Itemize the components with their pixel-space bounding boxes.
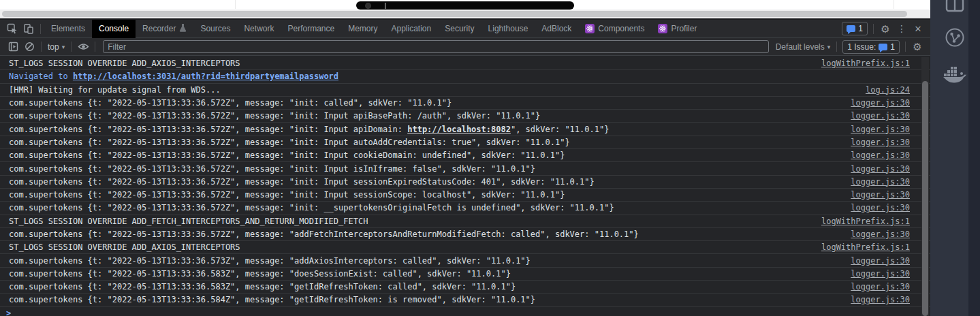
source-location-link[interactable]: logger.js:30 [841,282,910,291]
tab-label: Recorder [142,24,176,33]
log-text: com.supertokens {t: "2022-05-13T13:33:36… [9,269,511,279]
log-levels-label: Default levels [776,42,825,52]
log-message: com.supertokens {t: "2022-05-13T13:33:36… [9,151,565,160]
tab-adblock[interactable]: AdBlock [535,20,578,38]
tab-components[interactable]: Components [578,20,651,38]
divider [95,42,95,52]
log-row: com.supertokens {t: "2022-05-13T13:33:36… [0,136,930,149]
source-location-link[interactable]: logger.js:30 [841,177,910,187]
log-message: com.supertokens {t: "2022-05-13T13:33:36… [9,230,639,239]
log-text: ", sdkVer: "11.0.1"} [511,125,610,134]
tab-recorder[interactable]: Recorder [136,20,193,38]
log-message: com.supertokens {t: "2022-05-13T13:33:36… [9,282,516,291]
source-location-link[interactable]: log.js:24 [856,85,910,95]
log-text: com.supertokens {t: "2022-05-13T13:33:36… [9,151,565,160]
horizontal-scrollbar-thumb[interactable] [2,11,907,17]
console-settings-gear-icon[interactable]: ⚙ [909,39,926,55]
context-selector-label: top [48,42,59,52]
split-columns-icon[interactable] [940,0,970,12]
log-row: com.supertokens {t: "2022-05-13T13:33:36… [0,162,930,175]
source-location-link[interactable]: logger.js:30 [841,190,910,200]
log-row: ST_LOGS SESSION OVERRIDE ADD_FETCH_INTER… [0,215,930,228]
tab-lighthouse[interactable]: Lighthouse [481,20,535,38]
source-location-link[interactable]: logWithPrefix.js:1 [812,242,910,252]
tab-label: Components [598,24,644,33]
issues-count: 1 [890,42,895,52]
inspect-element-icon[interactable] [4,20,20,37]
source-location-link[interactable]: logger.js:30 [841,125,910,134]
tab-application[interactable]: Application [385,20,439,38]
log-levels-dropdown[interactable]: Default levels ▾ [776,42,831,52]
black-search-pill[interactable] [356,1,574,10]
sidebar-edge-strip [968,0,980,316]
source-location-link[interactable]: logWithPrefix.js:1 [812,217,910,226]
source-location-link[interactable]: logger.js:30 [841,230,910,239]
page-divider [894,0,894,9]
docker-icon[interactable] [940,65,970,83]
close-devtools-icon[interactable]: ✕ [910,20,926,37]
commit-graph-icon[interactable] [940,27,970,48]
tabbar-right-controls: 1 ⚙ ⋮ ✕ [840,20,930,37]
log-message: [HMR] Waiting for update signal from WDS… [9,85,221,95]
navigated-url-link[interactable]: http://localhost:3031/auth?rid=thirdpart… [73,72,338,81]
context-selector[interactable]: top ▾ [48,42,65,52]
log-url-link[interactable]: http://localhost:8082 [407,125,511,134]
tab-performance[interactable]: Performance [281,20,341,38]
tab-label: Network [244,24,274,33]
log-row: com.supertokens {t: "2022-05-13T13:33:36… [0,110,930,123]
tab-profiler[interactable]: Profiler [651,20,704,38]
tab-sources[interactable]: Sources [193,20,237,38]
log-message: com.supertokens {t: "2022-05-13T13:33:36… [9,269,511,279]
console-toolbar: top ▾ Default levels ▾ 1 Issue: 1 ⚙ [0,38,930,56]
kebab-menu-icon[interactable]: ⋮ [894,20,910,37]
source-location-link[interactable]: logger.js:30 [841,203,910,212]
source-location-link[interactable]: logger.js:30 [841,111,910,121]
source-location-link[interactable]: logger.js:30 [841,98,910,108]
filter-input[interactable] [103,40,768,53]
device-toolbar-icon[interactable] [20,20,37,37]
log-message: com.supertokens {t: "2022-05-13T13:33:36… [9,295,535,304]
console-issues-button[interactable]: 1 Issue: 1 [842,40,900,54]
tab-label: Profiler [671,24,697,33]
settings-gear-icon[interactable]: ⚙ [877,20,894,37]
clear-console-icon[interactable] [21,39,37,55]
vertical-scrollbar-thumb[interactable] [922,81,928,316]
tab-memory[interactable]: Memory [341,20,384,38]
source-location-link[interactable]: logger.js:30 [841,269,910,279]
log-message: com.supertokens {t: "2022-05-13T13:33:36… [9,164,535,174]
horizontal-scrollbar[interactable] [0,10,930,18]
source-location-link[interactable]: logger.js:30 [841,295,910,304]
react-icon [585,24,595,33]
devtools-tabbar: ElementsConsoleRecorderSourcesNetworkPer… [0,20,930,38]
log-text: com.supertokens {t: "2022-05-13T13:33:36… [9,282,516,291]
console-log-list: ST_LOGS SESSION OVERRIDE ADD_AXIOS_INTER… [0,57,930,308]
log-row: com.supertokens {t: "2022-05-13T13:33:36… [0,97,930,110]
log-text: com.supertokens {t: "2022-05-13T13:33:36… [9,230,639,239]
log-text: [HMR] Waiting for update signal from WDS… [9,85,221,95]
tab-network[interactable]: Network [237,20,281,38]
tab-console[interactable]: Console [92,20,136,38]
issues-bubble-icon [879,44,887,50]
tab-security[interactable]: Security [438,20,481,38]
source-location-link[interactable]: logWithPrefix.js:1 [812,59,910,68]
console-prompt[interactable]: > [0,309,930,316]
source-location-link[interactable]: logger.js:30 [841,138,910,147]
issues-counter-button[interactable]: 1 [842,22,868,35]
tab-label: Application [392,24,432,33]
divider [836,42,837,52]
log-message: com.supertokens {t: "2022-05-13T13:33:36… [9,190,565,200]
log-row: com.supertokens {t: "2022-05-13T13:33:36… [0,123,930,136]
source-location-link[interactable]: logger.js:30 [841,164,910,174]
text-caret [385,3,385,9]
log-message: com.supertokens {t: "2022-05-13T13:33:36… [9,125,609,134]
source-location-link[interactable]: logger.js:30 [841,151,910,160]
chevron-down-icon: ▾ [827,44,831,50]
log-row: com.supertokens {t: "2022-05-13T13:33:36… [0,202,930,215]
log-row: com.supertokens {t: "2022-05-13T13:33:36… [0,176,930,189]
console-sidebar-toggle-icon[interactable] [5,39,21,55]
source-location-link[interactable]: logger.js:30 [841,256,910,266]
tab-elements[interactable]: Elements [44,20,92,38]
live-expression-eye-icon[interactable] [75,39,91,55]
divider [905,42,906,52]
page-content-strip [0,0,930,10]
